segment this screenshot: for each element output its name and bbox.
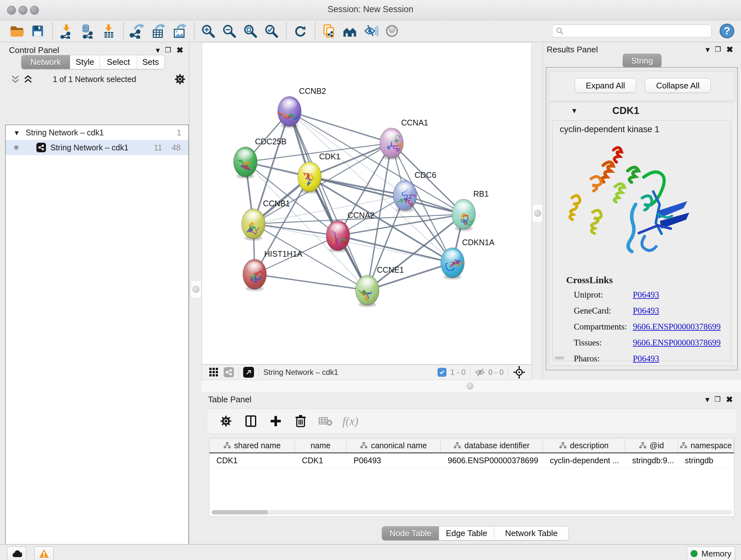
toolbar-separator (52, 23, 53, 39)
panel-menu-icon[interactable]: ▾ (705, 45, 710, 54)
export-network-icon[interactable] (129, 23, 145, 39)
table-hscroll-track[interactable] (211, 510, 732, 515)
tab-network[interactable]: Network (21, 55, 70, 69)
refresh-network-icon[interactable] (292, 23, 308, 39)
collapse-all-button[interactable]: Collapse All (645, 78, 711, 93)
table-row[interactable]: CDK1CDK1P064939606.ENSP00000378699cyclin… (209, 453, 734, 468)
birds-eye-view-icon[interactable] (209, 368, 219, 377)
node-label: CCNB1 (263, 199, 290, 208)
results-hscroll-thumb[interactable] (555, 356, 564, 360)
tab-select[interactable]: Select (99, 55, 137, 69)
panel-close-icon[interactable]: ✖ (177, 46, 184, 54)
column-header-name[interactable]: name (295, 438, 347, 452)
zoom-fit-icon[interactable] (242, 23, 259, 39)
column-header-namespace[interactable]: namespace (678, 438, 734, 452)
zoom-in-icon[interactable] (200, 23, 216, 39)
table-cell: stringdb:9... (625, 456, 678, 465)
import-network-from-file-icon[interactable] (58, 23, 75, 39)
export-image-icon[interactable] (171, 23, 188, 39)
delete-column-trash-icon[interactable] (291, 412, 311, 430)
memory-button[interactable]: Memory (687, 547, 735, 560)
column-header-canonical-name[interactable]: canonical name (347, 438, 441, 452)
network-node-CCNA1[interactable]: CCNA1 (380, 118, 428, 160)
fit-selected-crosshair-icon[interactable] (513, 366, 526, 379)
toolbar-separator (123, 23, 124, 39)
collection-label: String Network – cdk1 (26, 128, 104, 137)
network-canvas[interactable]: CCNB2CCNA1CDC25BCDK1CDC6RB1CCNB1CCNA2CDK… (202, 42, 532, 365)
open-session-icon[interactable] (8, 23, 25, 39)
column-header-description[interactable]: description (543, 438, 625, 452)
network-node-CCNB2[interactable]: CCNB2 (278, 86, 326, 128)
open-in-window-icon[interactable] (243, 367, 254, 378)
zoom-out-icon[interactable] (221, 23, 238, 39)
global-search-box[interactable] (552, 24, 712, 37)
panel-float-icon[interactable]: ❒ (715, 395, 721, 403)
show-columns-icon[interactable] (241, 412, 261, 430)
selected-checkbox-icon[interactable] (437, 368, 447, 377)
crosslink-link[interactable]: 9606.ENSP00000378699 (633, 338, 721, 348)
crosslink-link[interactable]: P06493 (633, 306, 659, 316)
save-session-icon[interactable] (29, 23, 46, 39)
search-input[interactable] (564, 26, 702, 36)
help-button[interactable]: ? (719, 23, 735, 39)
hide-enhanced-labels-icon[interactable] (362, 23, 379, 39)
warnings-button[interactable] (35, 547, 54, 560)
expand-all-button[interactable]: Expand All (575, 78, 636, 93)
tab-string[interactable]: String (623, 54, 662, 68)
network-list-header: 1 of 1 Network selected (0, 73, 189, 87)
create-column-plus-icon[interactable] (266, 412, 286, 430)
right-splitter-handle[interactable] (532, 204, 543, 222)
network-node-CDKN1A[interactable]: CDKN1A (441, 238, 495, 279)
network-node-RB1[interactable]: RB1 (452, 189, 489, 231)
network-collection-row[interactable]: ▾ String Network – cdk1 1 (6, 125, 188, 140)
network-node-CCNB1[interactable]: CCNB1 (242, 199, 290, 240)
crosslink-link[interactable]: P06493 (633, 290, 659, 300)
import-table-from-file-icon[interactable] (100, 23, 117, 39)
crosslink-link[interactable]: 9606.ENSP00000378699 (633, 322, 721, 332)
network-node-HIST1H1A[interactable]: HIST1H1A (243, 249, 302, 291)
panel-menu-icon[interactable]: ▾ (705, 395, 710, 403)
column-header-shared-name[interactable]: shared name (209, 438, 295, 452)
network-options-gear-icon[interactable] (174, 73, 186, 85)
crosslink-row: Compartments:9606.ENSP00000378699 (574, 322, 724, 332)
left-splitter-handle[interactable] (191, 280, 201, 298)
table-toolbar: f(x) (207, 409, 737, 434)
column-header-database-identifier[interactable]: database identifier (441, 438, 543, 452)
tab-edge-table[interactable]: Edge Table (439, 526, 494, 540)
string-home-icon[interactable] (341, 23, 358, 39)
horizontal-splitter[interactable] (202, 380, 741, 392)
tab-node-table[interactable]: Node Table (382, 526, 439, 540)
tab-style[interactable]: Style (70, 55, 99, 69)
import-network-from-database-icon[interactable] (79, 23, 96, 39)
table-settings-gear-icon[interactable] (216, 412, 236, 430)
glass-ball-effect-icon[interactable] (384, 23, 400, 39)
crosslink-link[interactable]: P06493 (633, 354, 659, 364)
crosslink-label: Compartments: (574, 322, 633, 332)
crosslink-row: Tissues:9606.ENSP00000378699 (574, 338, 724, 348)
results-vscroll-track[interactable] (732, 102, 737, 365)
control-panel-title: Control Panel (9, 45, 59, 55)
panel-float-icon[interactable]: ❒ (715, 45, 721, 54)
export-table-icon[interactable] (150, 23, 166, 39)
panel-close-icon[interactable]: ✖ (726, 45, 733, 54)
network-row-selected[interactable]: String Network – cdk1 11 48 (6, 140, 188, 155)
control-panel-window-controls: ▾ ❒ ✖ (156, 46, 184, 54)
tab-network-table[interactable]: Network Table (494, 526, 568, 540)
network-graph[interactable]: CCNB2CCNA1CDC25BCDK1CDC6RB1CCNB1CCNA2CDK… (202, 43, 531, 364)
node-label: RB1 (473, 189, 489, 198)
duplicate-page-icon[interactable] (320, 23, 337, 39)
panel-menu-icon[interactable]: ▾ (156, 46, 160, 54)
node-label: CDK1 (319, 152, 340, 161)
column-header--id[interactable]: @id (625, 438, 678, 452)
network-type-badge-icon[interactable] (224, 367, 234, 377)
zoom-selected-icon[interactable] (263, 23, 280, 39)
table-tabs: Node Table Edge Table Network Table (382, 526, 569, 541)
table-panel-window-controls: ▾ ❒ ✖ (705, 395, 733, 403)
cloud-status-button[interactable] (7, 547, 26, 560)
tab-sets[interactable]: Sets (137, 55, 164, 69)
collection-expand-icon[interactable]: ▾ (15, 128, 19, 137)
panel-float-icon[interactable]: ❒ (165, 46, 172, 54)
table-hscroll-thumb[interactable] (212, 510, 268, 514)
column-source-icon (559, 442, 567, 449)
panel-close-icon[interactable]: ✖ (726, 395, 733, 403)
